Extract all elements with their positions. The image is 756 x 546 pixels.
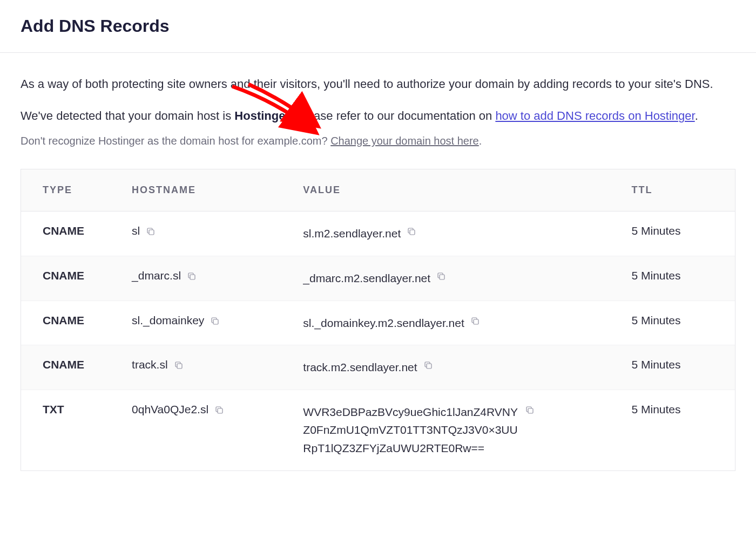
dont-recognize-paragraph: Don't recognize Hostinger as the domain … <box>21 135 735 147</box>
dont-recognize-prefix: Don't recognize Hostinger as the domain … <box>21 135 330 147</box>
cell-ttl: 5 Minutes <box>620 390 735 470</box>
copy-icon[interactable] <box>436 271 447 282</box>
intro-paragraph: As a way of both protecting site owners … <box>21 74 735 93</box>
table-row: CNAMEsl._domainkeysl._domainkey.m2.sendl… <box>21 301 735 345</box>
change-host-link[interactable]: Change your domain host here <box>330 135 479 147</box>
table-row: CNAMEslsl.m2.sendlayer.net5 Minutes <box>21 211 735 256</box>
copy-icon[interactable] <box>470 316 481 326</box>
copy-icon[interactable] <box>145 226 156 237</box>
detected-host: Hostinger <box>234 109 290 122</box>
svg-rect-5 <box>474 319 478 324</box>
copy-icon[interactable] <box>524 405 535 415</box>
copy-icon[interactable] <box>173 360 184 371</box>
cell-value: WVR3eDBPazBVcy9ueGhic1lJanZ4RVNYZ0FnZmU1… <box>292 390 620 470</box>
cell-hostname: _dmarc.sl <box>121 256 292 301</box>
cell-value: track.m2.sendlayer.net <box>292 345 620 390</box>
hostname-text: track.sl <box>132 358 168 371</box>
detect-middle: . Please refer to our documentation on <box>290 109 495 122</box>
cell-hostname: sl <box>121 211 292 256</box>
value-text: WVR3eDBPazBVcy9ueGhic1lJanZ4RVNYZ0FnZmU1… <box>303 403 519 458</box>
cell-type: TXT <box>21 390 121 470</box>
table-header-row: TYPE HOSTNAME VALUE TTL <box>21 169 735 211</box>
value-text: _dmarc.m2.sendlayer.net <box>303 269 430 288</box>
cell-value: _dmarc.m2.sendlayer.net <box>292 256 620 301</box>
cell-type: CNAME <box>21 301 121 345</box>
svg-rect-4 <box>213 319 218 324</box>
hostname-text: _dmarc.sl <box>132 269 181 282</box>
header-value: VALUE <box>292 169 620 211</box>
header-ttl: TTL <box>620 169 735 211</box>
table-row: CNAME_dmarc.sl_dmarc.m2.sendlayer.net5 M… <box>21 256 735 301</box>
cell-ttl: 5 Minutes <box>620 211 735 256</box>
hostname-text: sl <box>132 224 140 237</box>
svg-rect-9 <box>528 408 533 413</box>
cell-type: CNAME <box>21 211 121 256</box>
detect-paragraph: We've detected that your domain host is … <box>21 106 735 125</box>
svg-rect-8 <box>218 408 222 413</box>
value-text: sl.m2.sendlayer.net <box>303 224 401 243</box>
svg-rect-3 <box>440 275 444 279</box>
copy-icon[interactable] <box>406 226 417 237</box>
detect-suffix: . <box>695 109 698 122</box>
cell-hostname: sl._domainkey <box>121 301 292 345</box>
docs-link[interactable]: how to add DNS records on Hostinger <box>495 109 694 122</box>
page-title: Add DNS Records <box>21 16 735 36</box>
cell-ttl: 5 Minutes <box>620 256 735 301</box>
svg-rect-0 <box>149 230 154 235</box>
svg-rect-7 <box>427 364 431 368</box>
value-text: track.m2.sendlayer.net <box>303 358 417 377</box>
cell-hostname: 0qhVa0QJe2.sl <box>121 390 292 470</box>
copy-icon[interactable] <box>214 405 225 415</box>
table-row: CNAMEtrack.sltrack.m2.sendlayer.net5 Min… <box>21 345 735 390</box>
cell-value: sl._domainkey.m2.sendlayer.net <box>292 301 620 345</box>
cell-ttl: 5 Minutes <box>620 345 735 390</box>
cell-type: CNAME <box>21 345 121 390</box>
svg-rect-1 <box>410 230 415 235</box>
hostname-text: sl._domainkey <box>132 314 204 327</box>
copy-icon[interactable] <box>186 271 197 282</box>
cell-ttl: 5 Minutes <box>620 301 735 345</box>
value-text: sl._domainkey.m2.sendlayer.net <box>303 314 464 332</box>
dns-records-table: TYPE HOSTNAME VALUE TTL CNAMEslsl.m2.sen… <box>21 169 735 470</box>
header-hostname: HOSTNAME <box>121 169 292 211</box>
cell-value: sl.m2.sendlayer.net <box>292 211 620 256</box>
copy-icon[interactable] <box>423 360 434 371</box>
copy-icon[interactable] <box>210 316 220 326</box>
dont-recognize-suffix: . <box>479 135 482 147</box>
cell-type: CNAME <box>21 256 121 301</box>
svg-rect-2 <box>190 275 195 279</box>
svg-rect-6 <box>177 364 182 368</box>
hostname-text: 0qhVa0QJe2.sl <box>132 403 208 416</box>
table-row: TXT0qhVa0QJe2.slWVR3eDBPazBVcy9ueGhic1lJ… <box>21 390 735 470</box>
detect-prefix: We've detected that your domain host is <box>21 109 234 122</box>
cell-hostname: track.sl <box>121 345 292 390</box>
header-type: TYPE <box>21 169 121 211</box>
